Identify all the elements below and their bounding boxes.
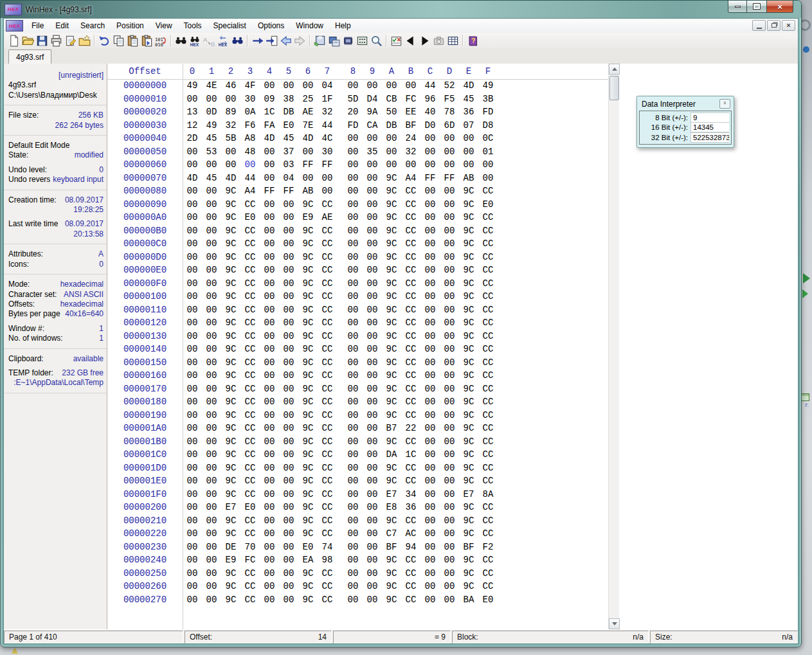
hex-byte[interactable]: 98 [318, 555, 337, 565]
hex-byte[interactable]: CC [318, 516, 337, 526]
hex-byte[interactable]: 00 [440, 226, 459, 236]
hex-byte[interactable]: 4D [459, 80, 478, 91]
hex-byte[interactable]: 00 [343, 318, 363, 328]
hex-byte[interactable]: 00 [363, 331, 382, 341]
hex-byte[interactable]: 00 [440, 423, 459, 433]
hex-byte[interactable]: 00 [183, 595, 202, 605]
hex-byte[interactable]: 9C [221, 516, 240, 526]
hex-byte[interactable]: 9C [382, 397, 401, 407]
hex-byte[interactable]: 32 [401, 147, 420, 157]
hex-byte[interactable]: 00 [440, 159, 459, 170]
hex-byte[interactable]: FF [260, 186, 279, 196]
hex-byte[interactable]: CC [401, 476, 420, 486]
hex-byte[interactable]: 00 [363, 212, 382, 222]
hex-byte[interactable]: 00 [260, 463, 279, 473]
hex-byte[interactable]: 00 [279, 252, 298, 262]
hex-byte[interactable]: 35 [363, 147, 382, 157]
hex-byte[interactable]: FC [401, 94, 420, 104]
hex-byte[interactable]: 00 [478, 159, 498, 170]
hex-byte[interactable]: 00 [279, 528, 298, 539]
hex-byte[interactable]: 4F [240, 80, 260, 91]
hex-byte[interactable]: 1C [260, 107, 279, 117]
hex-byte[interactable]: 00 [363, 278, 382, 289]
hex-byte[interactable]: 00 [420, 502, 440, 512]
hex-byte[interactable]: 9C [382, 384, 401, 394]
hex-byte[interactable]: 00 [420, 291, 440, 301]
hex-byte[interactable]: D8 [478, 120, 498, 130]
hex-byte[interactable]: 00 [279, 291, 298, 301]
interpreter-value-field[interactable]: 14345 [690, 122, 729, 132]
hex-byte[interactable]: 00 [183, 278, 202, 289]
hex-byte[interactable]: CC [401, 265, 420, 275]
hex-byte[interactable]: 04 [318, 80, 337, 91]
scrollbar-thumb[interactable] [609, 76, 619, 100]
hex-byte[interactable]: CC [240, 199, 260, 210]
hex-byte[interactable]: 9C [221, 489, 240, 499]
verify-button[interactable] [389, 33, 403, 48]
hex-byte[interactable]: 00 [363, 344, 382, 354]
hex-byte[interactable]: 00 [279, 80, 298, 91]
hex-byte[interactable]: 00 [440, 476, 459, 486]
edit-template-button[interactable] [77, 33, 91, 48]
hex-byte[interactable]: 00 [183, 226, 202, 236]
hex-byte[interactable]: 70 [240, 542, 260, 552]
hex-byte[interactable]: 9C [459, 516, 478, 526]
hex-byte[interactable]: 00 [279, 476, 298, 486]
hex-byte[interactable]: 00 [363, 397, 382, 407]
hex-byte[interactable]: CC [401, 199, 420, 210]
hex-byte[interactable]: 9C [382, 252, 401, 262]
hex-byte[interactable]: 00 [382, 133, 401, 143]
hex-byte[interactable]: 00 [363, 595, 382, 605]
hex-byte[interactable]: 9C [221, 331, 240, 341]
hex-byte[interactable]: 48 [240, 147, 260, 157]
hex-byte[interactable]: 9C [221, 384, 240, 394]
hex-byte[interactable]: 00 [363, 133, 382, 143]
hex-byte[interactable]: A4 [401, 173, 420, 183]
hex-byte[interactable]: 00 [440, 238, 459, 249]
hex-byte[interactable]: 9C [298, 489, 318, 499]
hex-byte[interactable]: 9C [298, 238, 318, 249]
hex-byte[interactable]: 00 [440, 528, 459, 539]
hex-byte[interactable]: 74 [318, 542, 337, 552]
hex-byte[interactable]: 9C [221, 199, 240, 210]
hex-byte[interactable]: 00 [363, 516, 382, 526]
hex-byte[interactable]: 00 [420, 410, 440, 420]
hex-byte[interactable]: 00 [363, 489, 382, 499]
hex-byte[interactable]: 9C [221, 318, 240, 328]
hex-byte[interactable]: 00 [440, 542, 459, 552]
hex-byte[interactable]: 00 [279, 384, 298, 394]
hex-byte[interactable]: CC [318, 423, 337, 433]
hex-byte[interactable]: 00 [343, 568, 363, 579]
hex-byte[interactable]: 00 [363, 463, 382, 473]
hex-byte[interactable]: CC [401, 370, 420, 381]
hex-byte[interactable]: CC [240, 595, 260, 605]
hex-byte[interactable]: 5D [343, 94, 363, 104]
hex-byte[interactable]: 00 [420, 542, 440, 552]
properties-button[interactable] [63, 33, 77, 48]
hex-byte[interactable]: 9C [221, 252, 240, 262]
hex-byte[interactable]: 00 [202, 528, 221, 539]
hex-byte[interactable]: 00 [183, 318, 202, 328]
hex-byte[interactable]: 45 [202, 173, 221, 183]
hex-byte[interactable]: 00 [363, 476, 382, 486]
hex-byte[interactable]: 00 [420, 159, 440, 170]
hex-byte[interactable]: 00 [202, 489, 221, 499]
hex-byte[interactable]: 00 [440, 278, 459, 289]
hex-byte[interactable]: 00 [183, 463, 202, 473]
hex-byte[interactable]: 00 [440, 436, 459, 447]
hex-byte[interactable]: 9C [382, 595, 401, 605]
hex-byte[interactable]: CC [318, 226, 337, 236]
hex-byte[interactable]: 00 [202, 516, 221, 526]
hex-byte[interactable]: CA [363, 120, 382, 130]
hex-byte[interactable]: 00 [260, 595, 279, 605]
hex-byte[interactable]: 9C [382, 238, 401, 249]
hex-byte[interactable]: 24 [401, 133, 420, 143]
new-file-button[interactable] [6, 33, 21, 48]
hex-byte[interactable]: 9C [382, 226, 401, 236]
hex-byte[interactable]: 00 [343, 423, 363, 433]
hex-byte[interactable]: 00 [183, 186, 202, 196]
calculator-button[interactable] [355, 33, 369, 48]
hex-byte[interactable]: 00 [343, 449, 363, 460]
hex-byte[interactable]: 00 [260, 436, 279, 447]
hex-byte[interactable]: 9C [459, 397, 478, 407]
